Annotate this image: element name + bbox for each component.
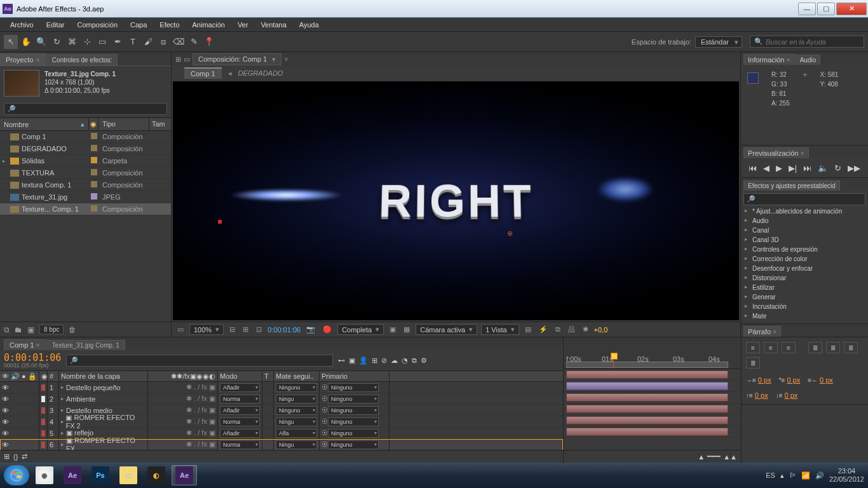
comp-tab[interactable]: Comp 1 — [184, 67, 222, 79]
effect-category[interactable]: Canal 3D — [743, 235, 865, 245]
project-item[interactable]: textura Comp. 1Composición — [0, 179, 171, 191]
effect-category[interactable]: Incrustación — [743, 302, 865, 311]
workspace-dropdown[interactable]: Estándar — [695, 36, 742, 48]
system-tray[interactable]: ES ▴ 🏳 📶 🔊 23:0422/05/2012 — [766, 467, 864, 484]
effects-tab[interactable]: Efectos y ajustes preestablecid — [743, 180, 840, 191]
taskbar-explorer[interactable]: 🗀 — [116, 465, 141, 485]
anchor-tool[interactable]: ⊹ — [80, 35, 94, 49]
project-item[interactable]: Texture_31.jpgJPEG — [0, 191, 171, 203]
close-button[interactable]: ✕ — [836, 3, 867, 15]
project-item-list[interactable]: Comp 1ComposiciónDEGRADADOComposición▸Só… — [0, 131, 171, 322]
viewer-timecode[interactable]: 0:00:01:06 — [268, 326, 301, 334]
comp-icon[interactable]: ▣ — [27, 325, 34, 334]
draft-3d-icon[interactable]: ▣ — [349, 356, 355, 365]
menu-ventana[interactable]: Ventana — [254, 19, 292, 30]
tray-lang[interactable]: ES — [766, 471, 775, 479]
effect-category[interactable]: Corrección de color — [743, 254, 865, 264]
shape-tool[interactable]: ▭ — [95, 35, 109, 49]
layer-track[interactable] — [564, 392, 741, 403]
folder-icon[interactable]: 🖿 — [15, 325, 22, 334]
ram-preview-button[interactable]: ▶▶ — [848, 163, 860, 173]
tray-flag-icon[interactable]: 🏳 — [789, 471, 796, 479]
effect-category[interactable]: Estilizar — [743, 283, 865, 292]
tray-volume-icon[interactable]: 🔊 — [815, 471, 824, 480]
preview-tab[interactable]: Previsualización × — [743, 147, 809, 158]
taskbar-ps[interactable]: Ps — [88, 465, 113, 485]
start-button[interactable] — [4, 465, 29, 485]
zoom-out-icon[interactable]: ▲ — [698, 453, 705, 461]
brainstorm-icon[interactable]: ☁ — [391, 356, 398, 365]
bpc-button[interactable]: 8 bpc — [39, 325, 64, 334]
timeline-search[interactable]: 🔎 — [66, 355, 333, 367]
effect-category[interactable]: Mate — [743, 311, 865, 321]
play-button[interactable]: ▶ — [776, 163, 782, 173]
comp-breadcrumb[interactable]: DEGRADADO — [238, 69, 283, 77]
camera-tool[interactable]: ⌘ — [65, 35, 79, 49]
frame-blend-icon[interactable]: ⊞ — [372, 356, 377, 365]
prev-frame-button[interactable]: ◀ — [763, 163, 770, 173]
trash-icon[interactable]: 🗑 — [69, 325, 76, 334]
minimize-button[interactable]: — — [798, 3, 816, 15]
interpret-icon[interactable]: ⧉ — [4, 325, 10, 334]
mask-icon[interactable]: ⊡ — [254, 325, 264, 334]
audio-tab[interactable]: Audio — [796, 55, 821, 65]
eraser-tool[interactable]: ⌫ — [172, 35, 186, 49]
timeline-layer-row[interactable]: 👁4▸ ▣ ROMPER EFECTO FX 2✱ . / fx ▣NormaN… — [0, 416, 563, 428]
effects-search[interactable]: 🔎 — [743, 193, 865, 205]
taskbar-ae-active[interactable]: Ae — [172, 465, 197, 485]
layer-icon[interactable]: ▭ — [184, 55, 190, 64]
text-tool[interactable]: T — [126, 35, 140, 49]
hide-shy-icon[interactable]: 👤 — [359, 356, 368, 365]
effect-category[interactable]: * Ajust...ablecidos de animación — [743, 207, 865, 216]
info-tab[interactable]: Información × — [743, 54, 795, 65]
taskbar-ae[interactable]: Ae — [60, 465, 85, 485]
next-frame-button[interactable]: ▶| — [789, 163, 797, 173]
taskbar-chrome[interactable]: ◉ — [32, 465, 57, 485]
last-frame-button[interactable]: ⏭ — [803, 163, 811, 173]
effect-category[interactable]: Distorsionar — [743, 273, 865, 283]
toggle-switches-icon[interactable]: ⊞ — [4, 452, 10, 461]
comp-mini-flowchart-icon[interactable]: ⊷ — [338, 356, 345, 365]
project-search[interactable]: 🔎 — [4, 103, 167, 115]
zoom-tool[interactable]: 🔍 — [34, 35, 48, 49]
pixel-aspect-icon[interactable]: ▤ — [523, 325, 533, 334]
taskbar-app[interactable]: ◐ — [144, 465, 169, 485]
loop-button[interactable]: ↻ — [834, 163, 841, 173]
timeline-tab-comp1[interactable]: Comp 1 × — [4, 339, 46, 350]
paragraph-tab[interactable]: Párrafo × — [743, 326, 781, 337]
snapshot-icon[interactable]: 📷 — [304, 325, 317, 334]
transparency-icon[interactable]: ▦ — [402, 325, 412, 334]
layer-track[interactable] — [564, 381, 741, 392]
flowchart-icon[interactable]: 品 — [566, 325, 577, 334]
reset-exposure-icon[interactable]: ✱ — [581, 325, 590, 334]
comp-panel-dropdown[interactable]: Composición: Comp 1 — [193, 53, 281, 65]
timeline-layer-row[interactable]: 👁2▸ Ambiente✱ . / fx ▣NormaNingu☉ Ningun… — [0, 393, 563, 405]
menu-animación[interactable]: Animación — [186, 19, 231, 30]
menu-capa[interactable]: Capa — [124, 19, 153, 30]
timeline-icon[interactable]: ⧉ — [553, 325, 562, 334]
motion-blur-icon[interactable]: ⊘ — [381, 356, 387, 365]
views-dropdown[interactable]: 1 Vista — [481, 324, 519, 335]
brush-tool[interactable]: 🖌 — [141, 35, 155, 49]
puppet-tool[interactable]: 📍 — [202, 35, 216, 49]
selection-tool[interactable]: ↖ — [4, 35, 18, 49]
menu-ayuda[interactable]: Ayuda — [293, 19, 325, 30]
tray-network-icon[interactable]: 📶 — [801, 471, 810, 480]
effect-category[interactable]: Generar — [743, 292, 865, 302]
menu-ver[interactable]: Ver — [231, 19, 255, 30]
current-time-indicator[interactable] — [613, 353, 614, 369]
exposure-value[interactable]: +0,0 — [594, 326, 608, 334]
project-item[interactable]: DEGRADADOComposición — [0, 143, 171, 155]
project-tab[interactable]: Proyecto× — [0, 53, 46, 65]
timeline-tab-texture[interactable]: Texture_31.jpg Comp. 1 — [46, 340, 125, 350]
toggle-modes-icon[interactable]: {} — [13, 453, 18, 461]
effect-category[interactable]: Controles de expresión — [743, 245, 865, 254]
channel-icon[interactable]: 🔴 — [321, 325, 334, 334]
camera-dropdown[interactable]: Cámara activa — [416, 324, 477, 335]
grid-icon[interactable]: ⊞ — [175, 55, 181, 64]
composition-viewer[interactable]: RIGHT ⊕ — [173, 81, 739, 320]
project-item[interactable]: ▸SólidasCarpeta — [0, 155, 171, 167]
pen-tool[interactable]: ✒ — [111, 35, 125, 49]
effect-controls-tab[interactable]: Controles de efectos: — [46, 54, 118, 65]
grid-toggle-icon[interactable]: ⊞ — [241, 325, 250, 334]
